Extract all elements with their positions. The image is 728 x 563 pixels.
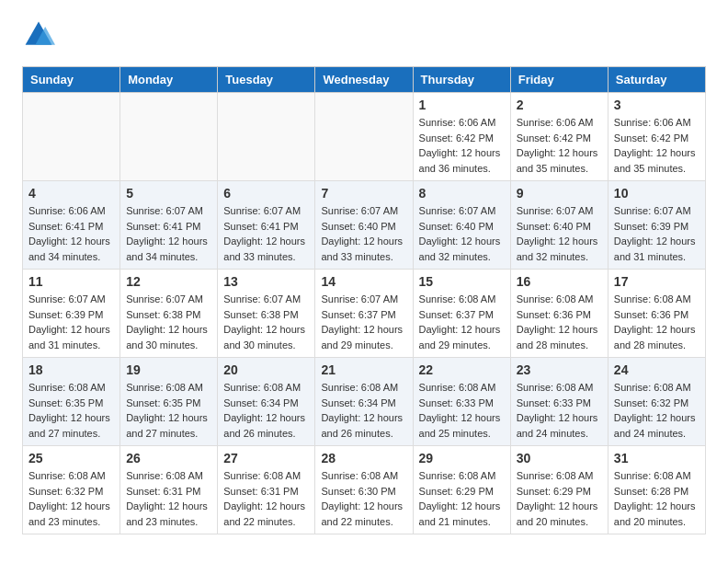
day-cell-7: 7Sunrise: 6:07 AMSunset: 6:40 PMDaylight… (315, 181, 413, 270)
calendar-week-3: 11Sunrise: 6:07 AMSunset: 6:39 PMDayligh… (23, 270, 706, 358)
day-cell-18: 18Sunrise: 6:08 AMSunset: 6:35 PMDayligh… (23, 358, 120, 446)
day-cell-17: 17Sunrise: 6:08 AMSunset: 6:36 PMDayligh… (608, 270, 705, 358)
day-detail: Sunrise: 6:08 AMSunset: 6:33 PMDaylight:… (419, 380, 505, 441)
day-detail: Sunrise: 6:08 AMSunset: 6:28 PMDaylight:… (614, 468, 700, 529)
day-number: 30 (517, 451, 602, 465)
empty-cell (315, 93, 413, 181)
day-cell-6: 6Sunrise: 6:07 AMSunset: 6:41 PMDaylight… (218, 181, 315, 270)
day-number: 23 (517, 362, 602, 377)
day-number: 29 (419, 451, 505, 465)
day-number: 16 (517, 274, 602, 289)
day-detail: Sunrise: 6:07 AMSunset: 6:39 PMDaylight:… (614, 203, 700, 264)
day-cell-20: 20Sunrise: 6:08 AMSunset: 6:34 PMDayligh… (218, 358, 315, 446)
day-cell-30: 30Sunrise: 6:08 AMSunset: 6:29 PMDayligh… (510, 446, 608, 534)
day-detail: Sunrise: 6:08 AMSunset: 6:35 PMDaylight:… (126, 380, 211, 441)
day-cell-22: 22Sunrise: 6:08 AMSunset: 6:33 PMDayligh… (413, 358, 510, 446)
day-number: 11 (28, 274, 114, 289)
day-cell-27: 27Sunrise: 6:08 AMSunset: 6:31 PMDayligh… (218, 446, 315, 534)
day-number: 1 (419, 98, 505, 112)
day-number: 28 (321, 451, 406, 465)
day-number: 10 (614, 186, 700, 201)
day-cell-25: 25Sunrise: 6:08 AMSunset: 6:32 PMDayligh… (23, 446, 120, 534)
day-number: 2 (517, 98, 602, 112)
day-cell-15: 15Sunrise: 6:08 AMSunset: 6:37 PMDayligh… (413, 270, 510, 358)
logo-icon (22, 18, 55, 52)
day-cell-9: 9Sunrise: 6:07 AMSunset: 6:40 PMDaylight… (510, 181, 608, 270)
empty-cell (23, 93, 120, 181)
day-cell-14: 14Sunrise: 6:07 AMSunset: 6:37 PMDayligh… (315, 270, 413, 358)
day-detail: Sunrise: 6:08 AMSunset: 6:36 PMDaylight:… (517, 292, 602, 352)
day-number: 22 (419, 362, 505, 377)
day-cell-10: 10Sunrise: 6:07 AMSunset: 6:39 PMDayligh… (608, 181, 705, 270)
day-number: 6 (223, 186, 309, 201)
calendar-week-2: 4Sunrise: 6:06 AMSunset: 6:41 PMDaylight… (23, 181, 706, 270)
day-detail: Sunrise: 6:06 AMSunset: 6:42 PMDaylight:… (517, 115, 602, 176)
day-header-monday: Monday (120, 67, 218, 93)
day-cell-29: 29Sunrise: 6:08 AMSunset: 6:29 PMDayligh… (413, 446, 510, 534)
calendar: SundayMondayTuesdayWednesdayThursdayFrid… (22, 66, 706, 534)
day-cell-4: 4Sunrise: 6:06 AMSunset: 6:41 PMDaylight… (23, 181, 120, 270)
day-detail: Sunrise: 6:08 AMSunset: 6:37 PMDaylight:… (419, 292, 505, 352)
day-detail: Sunrise: 6:08 AMSunset: 6:32 PMDaylight:… (614, 380, 700, 441)
day-detail: Sunrise: 6:08 AMSunset: 6:29 PMDaylight:… (517, 468, 602, 529)
day-detail: Sunrise: 6:07 AMSunset: 6:39 PMDaylight:… (28, 292, 114, 352)
empty-cell (218, 93, 315, 181)
day-header-sunday: Sunday (23, 67, 120, 93)
day-detail: Sunrise: 6:08 AMSunset: 6:34 PMDaylight:… (223, 380, 309, 441)
day-cell-1: 1Sunrise: 6:06 AMSunset: 6:42 PMDaylight… (413, 93, 510, 181)
day-cell-26: 26Sunrise: 6:08 AMSunset: 6:31 PMDayligh… (120, 446, 218, 534)
day-number: 12 (126, 274, 211, 289)
day-number: 20 (223, 362, 309, 377)
day-number: 14 (321, 274, 406, 289)
day-cell-12: 12Sunrise: 6:07 AMSunset: 6:38 PMDayligh… (120, 270, 218, 358)
day-cell-3: 3Sunrise: 6:06 AMSunset: 6:42 PMDaylight… (608, 93, 705, 181)
day-detail: Sunrise: 6:08 AMSunset: 6:29 PMDaylight:… (419, 468, 505, 529)
day-detail: Sunrise: 6:08 AMSunset: 6:33 PMDaylight:… (517, 380, 602, 441)
calendar-week-1: 1Sunrise: 6:06 AMSunset: 6:42 PMDaylight… (23, 93, 706, 181)
day-cell-24: 24Sunrise: 6:08 AMSunset: 6:32 PMDayligh… (608, 358, 705, 446)
day-cell-5: 5Sunrise: 6:07 AMSunset: 6:41 PMDaylight… (120, 181, 218, 270)
day-cell-21: 21Sunrise: 6:08 AMSunset: 6:34 PMDayligh… (315, 358, 413, 446)
day-cell-11: 11Sunrise: 6:07 AMSunset: 6:39 PMDayligh… (23, 270, 120, 358)
header (22, 18, 706, 52)
day-detail: Sunrise: 6:07 AMSunset: 6:41 PMDaylight:… (126, 203, 211, 264)
day-number: 25 (28, 451, 114, 465)
day-number: 15 (419, 274, 505, 289)
day-detail: Sunrise: 6:08 AMSunset: 6:32 PMDaylight:… (28, 468, 114, 529)
day-number: 4 (28, 186, 114, 201)
day-detail: Sunrise: 6:07 AMSunset: 6:38 PMDaylight:… (126, 292, 211, 352)
day-cell-31: 31Sunrise: 6:08 AMSunset: 6:28 PMDayligh… (608, 446, 705, 534)
day-cell-19: 19Sunrise: 6:08 AMSunset: 6:35 PMDayligh… (120, 358, 218, 446)
day-header-saturday: Saturday (608, 67, 705, 93)
day-detail: Sunrise: 6:07 AMSunset: 6:41 PMDaylight:… (223, 203, 309, 264)
day-number: 8 (419, 186, 505, 201)
day-cell-2: 2Sunrise: 6:06 AMSunset: 6:42 PMDaylight… (510, 93, 608, 181)
day-number: 3 (614, 98, 700, 112)
day-number: 31 (614, 451, 700, 465)
day-detail: Sunrise: 6:06 AMSunset: 6:42 PMDaylight:… (614, 115, 700, 176)
day-number: 26 (126, 451, 211, 465)
day-detail: Sunrise: 6:08 AMSunset: 6:31 PMDaylight:… (126, 468, 211, 529)
day-header-thursday: Thursday (413, 67, 510, 93)
day-number: 27 (223, 451, 309, 465)
day-detail: Sunrise: 6:08 AMSunset: 6:36 PMDaylight:… (614, 292, 700, 352)
day-number: 21 (321, 362, 406, 377)
calendar-header-row: SundayMondayTuesdayWednesdayThursdayFrid… (23, 67, 706, 93)
day-header-wednesday: Wednesday (315, 67, 413, 93)
day-number: 17 (614, 274, 700, 289)
day-number: 19 (126, 362, 211, 377)
calendar-week-5: 25Sunrise: 6:08 AMSunset: 6:32 PMDayligh… (23, 446, 706, 534)
day-number: 18 (28, 362, 114, 377)
day-cell-13: 13Sunrise: 6:07 AMSunset: 6:38 PMDayligh… (218, 270, 315, 358)
day-detail: Sunrise: 6:07 AMSunset: 6:40 PMDaylight:… (419, 203, 505, 264)
day-number: 13 (223, 274, 309, 289)
day-detail: Sunrise: 6:06 AMSunset: 6:42 PMDaylight:… (419, 115, 505, 176)
calendar-week-4: 18Sunrise: 6:08 AMSunset: 6:35 PMDayligh… (23, 358, 706, 446)
day-detail: Sunrise: 6:07 AMSunset: 6:40 PMDaylight:… (321, 203, 406, 264)
page: SundayMondayTuesdayWednesdayThursdayFrid… (0, 0, 728, 553)
day-number: 7 (321, 186, 406, 201)
day-header-friday: Friday (510, 67, 608, 93)
day-cell-8: 8Sunrise: 6:07 AMSunset: 6:40 PMDaylight… (413, 181, 510, 270)
logo (22, 18, 59, 52)
day-detail: Sunrise: 6:08 AMSunset: 6:30 PMDaylight:… (321, 468, 406, 529)
